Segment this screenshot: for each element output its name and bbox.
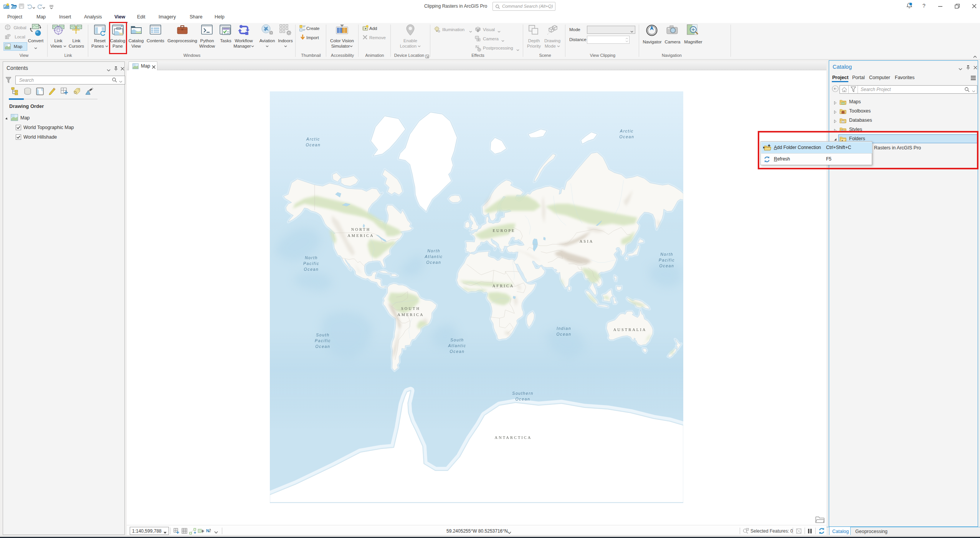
svg-text:ASIA: ASIA (580, 239, 594, 243)
svg-text:Atlantic: Atlantic (424, 254, 443, 259)
svg-text:Southern: Southern (512, 391, 533, 396)
svg-text:NORTH: NORTH (351, 227, 371, 232)
svg-text:Arctic: Arctic (306, 137, 320, 141)
svg-text:North: North (427, 248, 440, 253)
svg-text:AFRICA: AFRICA (492, 284, 514, 288)
svg-text:Ocean: Ocean (557, 332, 572, 336)
svg-text:Ocean: Ocean (316, 344, 331, 349)
svg-text:SOUTH: SOUTH (401, 306, 420, 311)
svg-text:Ocean: Ocean (304, 267, 319, 271)
svg-text:AMERICA: AMERICA (347, 233, 374, 238)
svg-text:South: South (450, 338, 464, 342)
svg-text:Pacific: Pacific (315, 338, 331, 343)
svg-text:N: N (206, 528, 209, 533)
svg-text:Pacific: Pacific (303, 261, 319, 266)
svg-text:South: South (316, 333, 329, 337)
svg-text:EUROPE: EUROPE (493, 228, 516, 233)
svg-text:Ocean: Ocean (516, 397, 530, 401)
svg-text:Ocean: Ocean (450, 349, 465, 354)
svg-text:Ocean: Ocean (306, 142, 321, 147)
svg-text:AMERICA: AMERICA (397, 313, 424, 317)
svg-text:North: North (660, 252, 673, 257)
svg-text:Pacific: Pacific (659, 258, 675, 262)
svg-text:Indian: Indian (557, 326, 571, 331)
svg-text:Ocean: Ocean (620, 134, 635, 139)
svg-text:Ocean: Ocean (426, 260, 441, 265)
svg-text:North: North (305, 255, 318, 260)
svg-text:AUSTRALIA: AUSTRALIA (613, 328, 647, 332)
svg-text:Arctic: Arctic (620, 129, 634, 133)
svg-text:ANTARCTICA: ANTARCTICA (495, 435, 532, 440)
svg-text:?: ? (922, 3, 925, 9)
svg-text:Ocean: Ocean (659, 263, 674, 268)
svg-text:Atlantic: Atlantic (448, 343, 466, 348)
